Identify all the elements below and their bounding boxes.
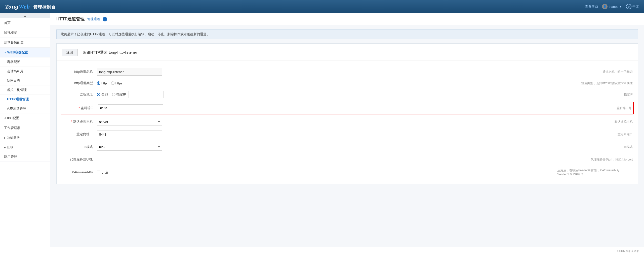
back-button[interactable]: 返回 (62, 49, 78, 56)
sidebar-item-startup[interactable]: 启动参数配置 (0, 38, 50, 48)
label-listen-port: 监听端口 (63, 106, 98, 110)
page-title: HTTP通道管理 (56, 16, 85, 22)
radio-specific-ip-circle (112, 93, 115, 96)
form-title-row: 返回 编辑HTTP通道 tong-http-listener (57, 49, 638, 60)
header-right: 查看帮助 👤 thanos ▼ ⊕ 中文 (585, 4, 639, 9)
logo: TongWeb 管理控制台 (5, 3, 56, 10)
label-redirect-port: 重定向端口 (62, 132, 97, 137)
sidebar-item-ajp-channel[interactable]: AJP通道管理 (0, 104, 50, 113)
form-row-channel-name: http通道名称 通道名称，唯一的标识 (57, 66, 638, 78)
form-row-default-vhost: 默认虚拟主机 server 默认虚拟主机 (57, 115, 638, 128)
hint-listen-addr: 指定IP (624, 92, 633, 97)
hint-io-mode: io模式 (624, 145, 633, 149)
x-powered-by-checkbox-text: 开启 (102, 170, 108, 175)
footer-text: CSDN ©海浪果果 (617, 249, 639, 252)
io-mode-select[interactable]: nio2 nio bio (97, 143, 162, 151)
ejb-expand-icon: ▶ (4, 146, 6, 149)
label-proxy-url: 代理服务器URL (62, 157, 97, 162)
form-row-x-powered-by: X-Powered-By 开启 启用后，在响应header中有如，X-Power… (57, 166, 638, 179)
sidebar-item-web-container[interactable]: WEB容器配置 (0, 48, 50, 57)
value-listen-addr: 全部 指定IP (97, 91, 619, 98)
info-icon[interactable]: i (103, 17, 107, 21)
hint-redirect-port: 重定向端口 (618, 132, 633, 137)
sidebar-item-job-manager[interactable]: 工作管理器 (0, 123, 50, 133)
radio-https-label: https (115, 81, 123, 85)
hint-channel-name: 通道名称，唯一的标识 (602, 70, 633, 74)
help-link[interactable]: 查看帮助 (585, 4, 598, 9)
username: thanos (609, 5, 618, 9)
info-bar: 此页显示了已创建的HTTP通道，可以对这些通道执行编辑、启动、停止、删除操作或者… (56, 29, 638, 39)
label-x-powered-by: X-Powered-By (62, 170, 97, 174)
x-powered-by-checkbox[interactable] (97, 171, 100, 174)
sidebar-item-home[interactable]: 首页 (0, 18, 50, 28)
sidebar-item-jdbc[interactable]: JDBC配置 (0, 113, 50, 123)
listen-addr-radio-group: 全部 指定IP (97, 92, 126, 97)
redirect-port-input[interactable] (97, 131, 162, 138)
x-powered-by-checkbox-label[interactable]: 开启 (97, 170, 108, 175)
sidebar-item-label: EJB (7, 145, 13, 149)
listen-port-input[interactable] (98, 104, 163, 112)
radio-all-label: 全部 (101, 92, 108, 97)
channel-name-input[interactable] (97, 68, 162, 76)
main-layout: ▲ 首页 监视概览 启动参数配置 WEB容器配置 容器配置 会话高可用 访问日志… (0, 13, 644, 255)
sidebar-item-label: JMS服务 (7, 136, 20, 140)
label-listen-addr: 监听地址 (62, 92, 97, 97)
channel-type-radio-group: http https (97, 81, 123, 85)
form-row-io-mode: io模式 nio2 nio bio io模式 (57, 141, 638, 153)
sidebar-item-label: JDBC配置 (4, 116, 19, 120)
form-edit-title: 编辑HTTP通道 tong-http-listener (83, 50, 137, 55)
sidebar-scroll-up[interactable]: ▲ (0, 13, 50, 18)
hint-x-powered-by: 启用后，在响应header中有如，X-Powered-By：Servlet/3.… (557, 168, 633, 176)
label-default-vhost: 默认虚拟主机 (62, 119, 97, 124)
sidebar-item-http-channel[interactable]: HTTP通道管理 (0, 95, 50, 104)
radio-specific-ip[interactable]: 指定IP (112, 92, 126, 97)
radio-specific-ip-label: 指定IP (116, 92, 126, 97)
ip-input[interactable] (129, 91, 164, 98)
radio-all[interactable]: 全部 (97, 92, 108, 97)
sidebar-item-label: 工作管理器 (4, 126, 20, 130)
info-text: 此页显示了已创建的HTTP通道，可以对这些通道执行编辑、启动、停止、删除操作或者… (61, 32, 210, 36)
value-listen-port (98, 104, 612, 112)
sidebar-item-label: 首页 (4, 21, 11, 25)
sidebar-item-ejb[interactable]: ▶ EJB (0, 143, 50, 152)
footer: CSDN ©海浪果果 (50, 247, 644, 255)
user-menu[interactable]: 👤 thanos ▼ (602, 4, 622, 9)
label-io-mode: io模式 (62, 145, 97, 149)
form-row-redirect-port: 重定向端口 重定向端口 (57, 128, 638, 141)
sidebar-item-monitor[interactable]: 监视概览 (0, 28, 50, 38)
hint-proxy-url: 代理服务器的url，格式为ip:port (591, 157, 633, 162)
sidebar-item-container-config[interactable]: 容器配置 (0, 57, 50, 67)
radio-http[interactable]: http (97, 81, 107, 85)
radio-https[interactable]: https (111, 81, 123, 85)
hint-listen-port: 监听端口号 (617, 106, 632, 110)
sidebar-item-vhost[interactable]: 虚拟主机管理 (0, 85, 50, 95)
sidebar-item-session-ha[interactable]: 会话高可用 (0, 67, 50, 76)
sidebar-item-label: 会话高可用 (7, 69, 23, 73)
form-row-proxy-url: 代理服务器URL 代理服务器的url，格式为ip:port (57, 153, 638, 166)
sidebar-item-access-log[interactable]: 访问日志 (0, 76, 50, 85)
value-default-vhost: server (97, 118, 610, 125)
sidebar-item-label: AJP通道管理 (7, 107, 26, 110)
sidebar-item-app-mgmt[interactable]: 应用管理 (0, 152, 50, 162)
sidebar-item-label: 监视概览 (4, 31, 17, 35)
label-channel-type: http通道类型 (62, 81, 97, 85)
form-row-listen-port: 监听端口 监听端口号 (61, 102, 634, 114)
user-dropdown-icon[interactable]: ▼ (619, 5, 622, 8)
breadcrumb[interactable]: 管理通道 (87, 17, 100, 21)
default-vhost-select[interactable]: server (97, 118, 162, 125)
sidebar-item-label: 访问日志 (7, 79, 20, 82)
page-header: HTTP通道管理 管理通道 i (50, 13, 644, 25)
language-label: 中文 (632, 4, 639, 9)
jms-expand-icon: ▶ (4, 137, 6, 139)
label-channel-name: http通道名称 (62, 70, 97, 74)
sidebar-item-label: 应用管理 (4, 155, 17, 158)
sidebar-item-jms[interactable]: ▶ JMS服务 (0, 133, 50, 143)
sidebar-item-label: 虚拟主机管理 (7, 88, 27, 92)
user-icon: 👤 (602, 4, 608, 9)
language-menu[interactable]: ⊕ 中文 (626, 4, 639, 9)
logo-tong: Tong (5, 3, 19, 10)
radio-all-circle (97, 93, 100, 96)
logo-title: 管理控制台 (33, 5, 56, 10)
form-container: 返回 编辑HTTP通道 tong-http-listener http通道名称 … (56, 43, 638, 184)
proxy-url-input[interactable] (97, 156, 162, 163)
